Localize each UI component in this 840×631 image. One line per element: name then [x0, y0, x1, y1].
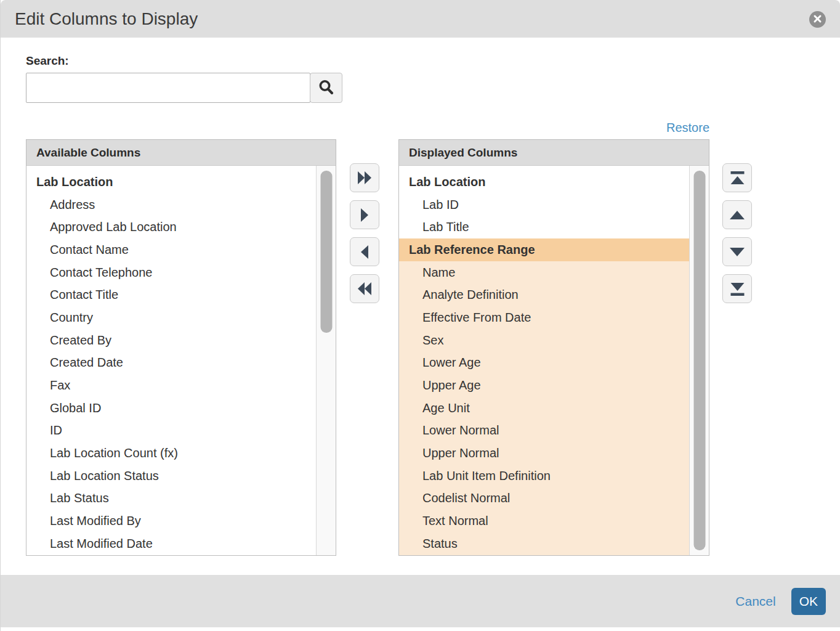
dialog-footer: Cancel OK: [1, 575, 840, 627]
move-left-button[interactable]: [350, 237, 379, 266]
column-item-global-id[interactable]: Global ID: [26, 397, 316, 420]
displayed-columns-list: Lab LocationLab IDLab TitleLab Reference…: [399, 166, 689, 555]
ok-button[interactable]: OK: [791, 588, 826, 615]
arrow-left-icon: [360, 245, 369, 259]
column-item-lower-normal[interactable]: Lower Normal: [399, 420, 689, 442]
column-item-sex[interactable]: Sex: [399, 329, 689, 352]
column-item-lab-reference-range[interactable]: Lab Reference Range: [399, 238, 689, 261]
column-item-upper-normal[interactable]: Upper Normal: [399, 442, 689, 465]
displayed-scrollbar-track[interactable]: [689, 166, 709, 555]
restore-link[interactable]: Restore: [666, 121, 709, 135]
column-item-approved-lab-location[interactable]: Approved Lab Location: [26, 216, 316, 238]
column-item-lab-location-count-fx[interactable]: Lab Location Count (fx): [26, 442, 316, 465]
move-to-bottom-button[interactable]: [722, 274, 752, 303]
column-item-analyte-definition[interactable]: Analyte Definition: [399, 283, 689, 306]
column-item-age-unit[interactable]: Age Unit: [399, 397, 689, 420]
move-down-button[interactable]: [722, 237, 752, 266]
search-button[interactable]: [310, 73, 342, 103]
move-to-top-button[interactable]: [722, 163, 752, 192]
column-item-created-date[interactable]: Created Date: [26, 352, 316, 375]
column-item-id[interactable]: ID: [26, 420, 316, 442]
displayed-scrollbar-thumb[interactable]: [693, 171, 705, 550]
column-item-fax[interactable]: Fax: [26, 374, 316, 397]
column-item-lab-id[interactable]: Lab ID: [399, 193, 689, 216]
edit-columns-dialog: Edit Columns to Display Search: Restore …: [0, 0, 840, 631]
column-item-upper-age[interactable]: Upper Age: [399, 374, 689, 397]
move-all-left-button[interactable]: [350, 274, 379, 303]
column-item-lab-location[interactable]: Lab Location: [26, 171, 316, 193]
dialog-title: Edit Columns to Display: [15, 9, 198, 29]
available-scrollbar-track[interactable]: [316, 166, 336, 555]
arrow-down-to-bar-icon: [730, 282, 745, 296]
column-item-lab-status[interactable]: Lab Status: [26, 487, 316, 510]
arrow-down-icon: [730, 248, 745, 256]
close-icon: [813, 14, 822, 25]
column-item-name[interactable]: Name: [399, 261, 689, 284]
transfer-buttons: [350, 163, 379, 303]
column-item-created-by[interactable]: Created By: [26, 329, 316, 352]
column-item-address[interactable]: Address: [26, 193, 316, 216]
column-item-country[interactable]: Country: [26, 306, 316, 329]
column-item-contact-name[interactable]: Contact Name: [26, 238, 316, 261]
available-scrollbar-thumb[interactable]: [320, 171, 332, 333]
search-input[interactable]: [26, 73, 310, 103]
column-item-contact-telephone[interactable]: Contact Telephone: [26, 261, 316, 284]
close-button[interactable]: [809, 11, 826, 28]
column-item-text-normal[interactable]: Text Normal: [399, 510, 689, 532]
move-right-button[interactable]: [350, 200, 379, 229]
column-item-last-modified-by[interactable]: Last Modified By: [26, 510, 316, 532]
displayed-columns-header: Displayed Columns: [399, 140, 709, 166]
available-columns-panel: Available Columns Lab LocationAddressApp…: [26, 139, 336, 556]
dialog-titlebar: Edit Columns to Display: [1, 0, 840, 38]
column-item-lab-title[interactable]: Lab Title: [399, 216, 689, 238]
available-columns-list: Lab LocationAddressApproved Lab Location…: [26, 166, 316, 555]
arrow-up-icon: [730, 211, 745, 219]
double-arrow-right-icon: [357, 171, 372, 185]
arrow-up-to-bar-icon: [730, 171, 745, 185]
column-item-lower-age[interactable]: Lower Age: [399, 352, 689, 375]
column-item-last-modified-date[interactable]: Last Modified Date: [26, 532, 316, 555]
column-item-lab-unit-item-definition[interactable]: Lab Unit Item Definition: [399, 465, 689, 487]
arrow-right-icon: [360, 208, 369, 222]
column-item-lab-location-status[interactable]: Lab Location Status: [26, 465, 316, 487]
move-up-button[interactable]: [722, 200, 752, 229]
reorder-buttons: [722, 163, 752, 303]
column-item-status[interactable]: Status: [399, 532, 689, 555]
column-item-contact-title[interactable]: Contact Title: [26, 283, 316, 306]
column-item-lab-location[interactable]: Lab Location: [399, 171, 689, 193]
cancel-button[interactable]: Cancel: [735, 594, 775, 609]
column-item-codelist-normal[interactable]: Codelist Normal: [399, 487, 689, 510]
double-arrow-left-icon: [357, 282, 372, 296]
search-icon: [318, 79, 334, 97]
column-item-effective-from-date[interactable]: Effective From Date: [399, 306, 689, 329]
displayed-columns-panel: Displayed Columns Lab LocationLab IDLab …: [398, 139, 709, 556]
search-label: Search:: [26, 54, 69, 68]
available-columns-header: Available Columns: [26, 140, 336, 166]
move-all-right-button[interactable]: [350, 163, 379, 192]
